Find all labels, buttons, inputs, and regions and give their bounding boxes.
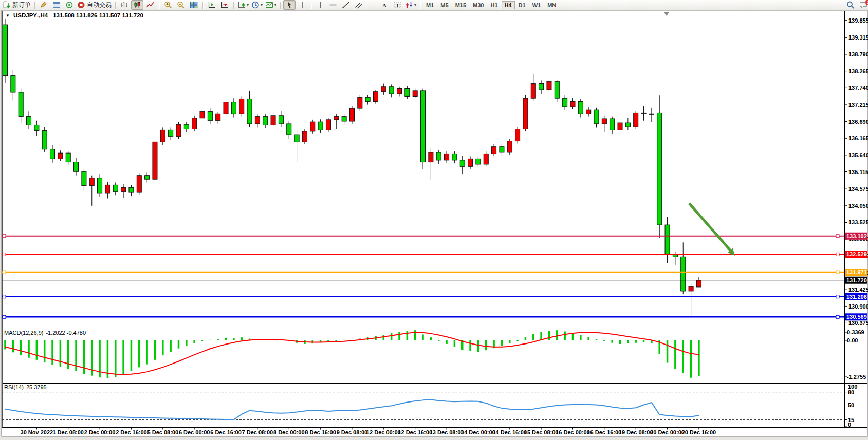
candle bbox=[176, 124, 181, 137]
candle bbox=[27, 117, 31, 125]
timeframe-button-m30[interactable]: M30 bbox=[470, 1, 487, 9]
auto-scroll-icon[interactable] bbox=[206, 0, 218, 10]
price-tick-label: 136.165 bbox=[848, 135, 868, 141]
arrow-objects-icon bbox=[405, 1, 413, 9]
timeframe-button-h1[interactable]: H1 bbox=[487, 1, 501, 9]
new-order-label: 新订单 bbox=[12, 1, 31, 9]
auto-trading-icon bbox=[77, 1, 85, 9]
zoom-in-icon[interactable] bbox=[162, 0, 174, 10]
candle bbox=[484, 154, 488, 164]
toolbar-separator bbox=[202, 2, 203, 9]
line-handle[interactable] bbox=[3, 253, 6, 256]
time-tick-label: 5 Dec 08:00 bbox=[147, 429, 179, 435]
line-handle[interactable] bbox=[3, 295, 6, 298]
macd-histogram-bar bbox=[477, 340, 479, 352]
tile-windows-icon[interactable] bbox=[188, 0, 200, 10]
trendline-icon[interactable] bbox=[340, 0, 352, 10]
timeframe-button-h4[interactable]: H4 bbox=[502, 1, 515, 9]
macd-histogram-bar bbox=[115, 340, 117, 377]
horizontal-line-icon[interactable] bbox=[327, 0, 339, 10]
macd-histogram-bar bbox=[682, 340, 684, 373]
timeframe-button-m15[interactable]: M15 bbox=[452, 1, 469, 9]
text-icon[interactable]: A bbox=[378, 0, 391, 10]
text-label-icon[interactable]: T bbox=[391, 0, 403, 10]
meta-editor-icon[interactable] bbox=[38, 0, 50, 10]
symbol-search-icon[interactable] bbox=[844, 0, 857, 10]
zoom-out-icon[interactable] bbox=[175, 0, 187, 10]
bar-chart-icon bbox=[120, 1, 128, 9]
templates-dropdown-caret[interactable]: ▾ bbox=[274, 3, 276, 7]
macd-histogram-bar bbox=[383, 335, 385, 340]
terminal-window-icon[interactable] bbox=[50, 0, 63, 10]
macd-histogram-bar bbox=[75, 340, 77, 371]
candle bbox=[302, 131, 307, 142]
fibonacci-icon[interactable] bbox=[365, 0, 378, 10]
periods-icon[interactable]: ▾ bbox=[250, 0, 264, 10]
candle bbox=[610, 119, 615, 130]
notifications-icon[interactable]: 1 bbox=[857, 0, 868, 10]
candle-chart-icon[interactable] bbox=[131, 0, 143, 10]
price-tick-label: 137.740 bbox=[848, 85, 868, 91]
new-order-button[interactable]: 新订单 bbox=[2, 0, 32, 10]
line-handle[interactable] bbox=[3, 235, 6, 238]
candle bbox=[42, 131, 47, 149]
macd-histogram-bar bbox=[146, 340, 148, 365]
time-tick-label: 1 Dec 08:00 bbox=[52, 429, 84, 435]
chart-canvas[interactable]: 139.855139.315138.790138.265137.740137.2… bbox=[0, 0, 868, 440]
line-handle[interactable] bbox=[836, 235, 839, 238]
candle bbox=[689, 286, 693, 291]
macd-histogram-bar bbox=[186, 340, 188, 346]
time-tick-label: 7 Dec 08:00 bbox=[242, 429, 273, 435]
candle bbox=[192, 118, 197, 129]
indicators-icon bbox=[237, 1, 246, 9]
auto-trading-button[interactable]: 自动交易 bbox=[76, 0, 113, 10]
candle bbox=[625, 123, 630, 127]
line-handle[interactable] bbox=[836, 271, 839, 274]
price-tick-label: 139.855 bbox=[848, 17, 868, 24]
periods-dropdown-caret[interactable]: ▾ bbox=[261, 3, 263, 7]
fibonacci-icon bbox=[367, 1, 376, 9]
rsi-axis-label: 50 bbox=[848, 402, 854, 408]
timeframe-button-mn[interactable]: MN bbox=[544, 1, 559, 9]
tile-windows-icon bbox=[190, 1, 198, 9]
time-tick-label: 8 Dec 00:00 bbox=[273, 429, 305, 435]
candle bbox=[586, 110, 591, 114]
macd-histogram-bar bbox=[193, 340, 195, 343]
line-handle[interactable] bbox=[3, 315, 6, 318]
cursor-icon[interactable] bbox=[283, 0, 296, 10]
line-handle[interactable] bbox=[836, 295, 839, 298]
line-chart-icon[interactable] bbox=[144, 0, 156, 10]
candle bbox=[365, 97, 370, 101]
equidistant-channel-icon[interactable] bbox=[353, 0, 365, 10]
macd-histogram-bar bbox=[4, 340, 6, 349]
candle bbox=[82, 171, 86, 185]
signals-icon[interactable] bbox=[63, 0, 76, 10]
line-handle[interactable] bbox=[836, 315, 839, 318]
indicators-dropdown-caret[interactable]: ▾ bbox=[247, 3, 249, 7]
vertical-line-icon[interactable] bbox=[314, 0, 326, 10]
timeframe-button-m1[interactable]: M1 bbox=[423, 1, 437, 9]
time-tick-label: 14 Dec 16:00 bbox=[492, 429, 527, 435]
crosshair-icon[interactable] bbox=[296, 0, 308, 10]
arrow-objects-dropdown-caret[interactable]: ▾ bbox=[414, 3, 416, 7]
arrow-objects-icon[interactable]: ▾ bbox=[404, 0, 417, 10]
macd-histogram-bar bbox=[131, 340, 133, 371]
candle bbox=[507, 141, 512, 152]
candle bbox=[500, 147, 504, 152]
timeframe-button-w1[interactable]: W1 bbox=[529, 1, 544, 9]
candle bbox=[3, 25, 8, 76]
line-handle[interactable] bbox=[3, 271, 6, 274]
price-level-badge-label: 131.720 bbox=[846, 277, 867, 283]
templates-icon[interactable]: ▾ bbox=[264, 0, 278, 10]
timeframe-button-m5[interactable]: M5 bbox=[437, 1, 451, 9]
macd-histogram-bar bbox=[525, 337, 526, 340]
indicators-icon[interactable]: ▾ bbox=[236, 0, 250, 10]
chart-collapse-icon[interactable]: ▼ bbox=[6, 13, 10, 18]
candle bbox=[476, 159, 481, 164]
main-toolbar: 新订单自动交易▾▾▾AT▾M1M5M15M30H1H4D1W1MN1 bbox=[0, 0, 868, 10]
bar-chart-icon[interactable] bbox=[118, 0, 131, 10]
chart-shift-icon[interactable] bbox=[218, 0, 231, 10]
line-handle[interactable] bbox=[836, 253, 839, 256]
chart-shift-icon bbox=[220, 1, 229, 9]
timeframe-button-d1[interactable]: D1 bbox=[515, 1, 529, 9]
